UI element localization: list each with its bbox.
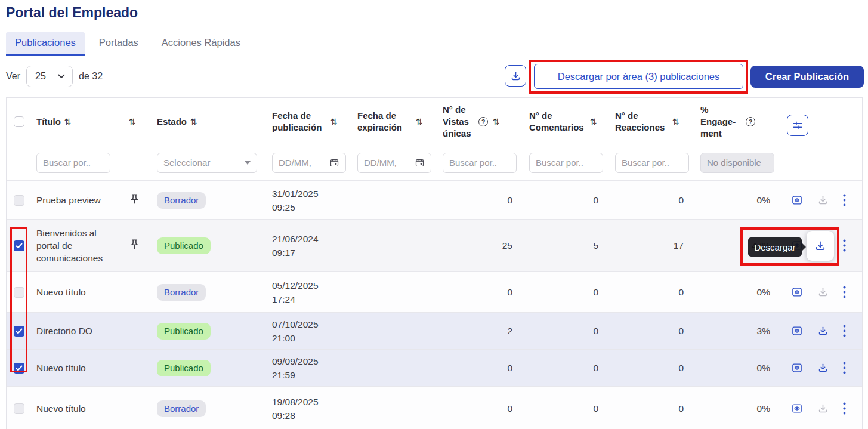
- sort-icon[interactable]: ⇅: [590, 116, 597, 128]
- dropdown-arrow-icon: [245, 161, 251, 165]
- download-icon: [817, 362, 829, 374]
- download-row-button[interactable]: [817, 195, 829, 206]
- preview-button[interactable]: [791, 362, 803, 374]
- col-fecha-expiracion-label: Fecha de expiración: [357, 110, 412, 134]
- row-title: Prueba preview: [36, 194, 129, 206]
- sort-icon[interactable]: ⇅: [416, 116, 423, 128]
- sort-icon[interactable]: ⇅: [493, 116, 500, 128]
- tab-portadas[interactable]: Portadas: [90, 32, 147, 56]
- col-estado[interactable]: Estado⇅: [156, 116, 260, 128]
- sort-icon[interactable]: ⇅: [129, 116, 136, 128]
- preview-button[interactable]: [791, 325, 803, 337]
- reactions-count: 0: [603, 195, 688, 206]
- download-icon: [817, 286, 829, 298]
- row-checkbox[interactable]: [14, 195, 24, 206]
- pin-icon: [129, 193, 140, 205]
- preview-button[interactable]: [791, 195, 803, 206]
- tune-icon: [792, 119, 804, 131]
- reactions-count: 17: [603, 240, 688, 251]
- comments-count: 5: [517, 240, 603, 251]
- col-vistas-label: N° de Vistas únicas: [443, 104, 474, 140]
- download-row-button[interactable]: [817, 362, 829, 374]
- download-row-button[interactable]: [817, 325, 829, 337]
- annotation-box-download-by-area: [529, 60, 748, 94]
- download-icon: [817, 325, 829, 337]
- help-icon[interactable]: ?: [478, 117, 488, 126]
- download-icon: [510, 70, 521, 82]
- eye-preview-icon: [791, 195, 803, 206]
- kebab-menu-icon: [843, 286, 846, 298]
- row-menu-button[interactable]: [843, 239, 846, 252]
- tab-publicaciones[interactable]: Publicaciones: [6, 32, 85, 56]
- table-row: Nuevo título Borrador 05/12/202517:24 0 …: [7, 271, 862, 312]
- download-row-button[interactable]: [817, 286, 829, 298]
- create-publication-button[interactable]: Crear Publicación: [750, 66, 864, 88]
- sort-icon[interactable]: ⇅: [330, 116, 338, 128]
- column-settings-button[interactable]: [787, 115, 808, 136]
- table-row: Directorio DO Publicado 07/10/202521:00 …: [7, 312, 862, 349]
- engagement-percent: 3%: [688, 326, 775, 337]
- download-all-button[interactable]: [505, 65, 526, 87]
- col-reacciones-label: N° de Reacciones: [615, 110, 669, 134]
- filter-comentarios-input[interactable]: Buscar por..: [529, 153, 603, 173]
- views-count: 0: [431, 363, 517, 374]
- comments-count: 0: [517, 326, 603, 337]
- tabs: Publicaciones Portadas Acciones Rápidas: [6, 32, 249, 56]
- filter-fecha-publicacion-input[interactable]: DD/MM,: [272, 153, 346, 173]
- reactions-count: 0: [603, 326, 688, 337]
- kebab-menu-icon: [843, 239, 846, 252]
- col-fecha-publicacion-label: Fecha de publicación: [272, 110, 327, 134]
- filter-engagement-input: No disponible: [700, 153, 774, 173]
- tab-acciones-rapidas[interactable]: Acciones Rápidas: [153, 32, 249, 56]
- row-checkbox[interactable]: [14, 403, 24, 414]
- page-size-group: Ver 25 de 32: [6, 66, 103, 87]
- filter-reacciones-input[interactable]: Buscar por..: [615, 153, 689, 173]
- help-icon[interactable]: ?: [746, 117, 755, 126]
- sort-icon[interactable]: ⇅: [190, 116, 197, 128]
- download-icon: [817, 195, 829, 206]
- eye-preview-icon: [791, 362, 803, 374]
- row-title: Nuevo título: [36, 286, 129, 298]
- row-menu-button[interactable]: [843, 286, 846, 298]
- engagement-percent: 0%: [688, 363, 775, 374]
- table-filter-row: Buscar por.. Seleccionar DD/MM, DD/MM, B…: [7, 145, 862, 181]
- filter-fecha-expiracion-input[interactable]: DD/MM,: [357, 153, 431, 173]
- row-menu-button[interactable]: [843, 362, 846, 374]
- comments-count: 0: [517, 195, 603, 206]
- col-fecha-expiracion[interactable]: Fecha de expiración⇅: [345, 110, 431, 134]
- publish-date: 31/01/202509:25: [260, 187, 345, 214]
- engagement-percent: 0%: [688, 287, 775, 298]
- col-fecha-publicacion[interactable]: Fecha de publicación⇅: [260, 110, 345, 134]
- calendar-icon[interactable]: [329, 158, 339, 168]
- col-pin[interactable]: ⇅: [129, 116, 156, 128]
- download-row-button[interactable]: [817, 403, 829, 414]
- status-badge: Borrador: [157, 400, 206, 417]
- comments-count: 0: [517, 403, 603, 414]
- row-menu-button[interactable]: [843, 402, 846, 415]
- sort-icon[interactable]: ⇅: [672, 116, 679, 128]
- views-count: 0: [431, 195, 517, 206]
- page-size-select[interactable]: 25: [26, 66, 73, 87]
- pin-icon: [129, 239, 140, 250]
- row-menu-button[interactable]: [843, 325, 846, 337]
- date-placeholder: DD/MM,: [279, 158, 311, 168]
- views-count: 2: [431, 326, 517, 337]
- col-titulo[interactable]: Título⇅: [36, 116, 129, 128]
- filter-vistas-input[interactable]: Buscar por..: [443, 153, 517, 173]
- filter-titulo-input[interactable]: Buscar por..: [36, 153, 110, 173]
- col-comentarios-label: N° de Comentarios: [529, 110, 586, 134]
- row-menu-button[interactable]: [843, 194, 846, 206]
- col-comentarios[interactable]: N° de Comentarios⇅: [517, 110, 603, 134]
- col-vistas[interactable]: N° de Vistas únicas?⇅: [431, 104, 517, 140]
- preview-button[interactable]: [791, 286, 803, 298]
- row-title: Bienvenidos al portal de comunicaciones: [36, 227, 129, 264]
- calendar-icon[interactable]: [415, 158, 425, 168]
- sort-icon[interactable]: ⇅: [64, 116, 72, 128]
- select-all-checkbox[interactable]: [14, 116, 24, 127]
- col-engagement[interactable]: % Engage-ment?: [688, 104, 775, 140]
- table-row: Prueba preview Borrador 31/01/202509:25 …: [7, 181, 862, 219]
- annotation-box-checkboxes: [10, 227, 27, 372]
- preview-button[interactable]: [791, 403, 803, 414]
- col-reacciones[interactable]: N° de Reacciones⇅: [603, 110, 688, 134]
- filter-estado-select[interactable]: Seleccionar: [157, 153, 257, 173]
